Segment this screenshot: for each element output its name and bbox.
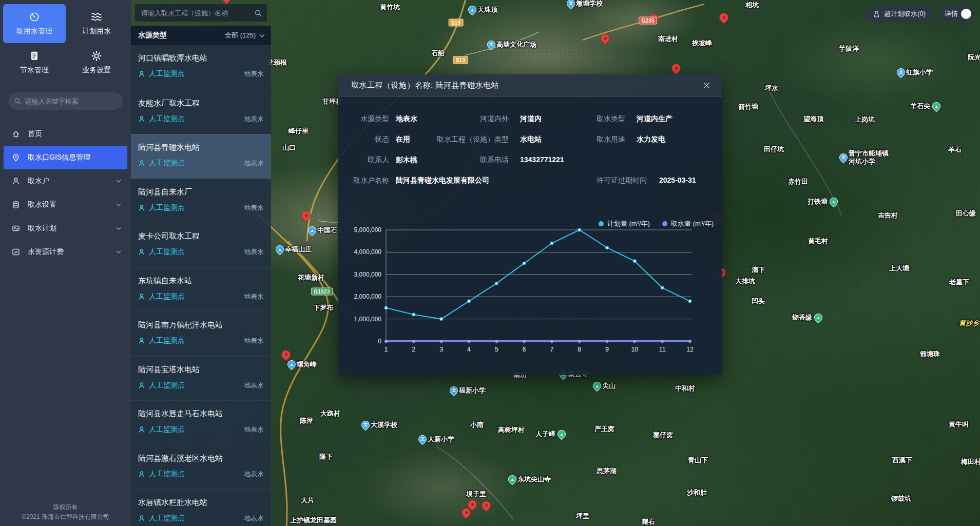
school-glyph-icon: 文	[419, 436, 426, 443]
map-place-label: 山口	[282, 144, 296, 152]
map-place-label: 东坑尖山寺	[517, 475, 551, 483]
toggle-knob[interactable]	[961, 9, 971, 19]
map-place-label: 老屋下	[949, 278, 969, 286]
source-type-filter[interactable]: 水源类型 全部 (125)	[131, 26, 271, 45]
detail-toggle[interactable]: 详情	[938, 6, 974, 22]
map-place-label: 上大塘	[889, 264, 909, 272]
keyword-search[interactable]	[8, 92, 123, 110]
map-place-label: 沙和肚	[687, 489, 707, 497]
green-glyph-icon: ▲	[509, 476, 516, 483]
school-glyph-icon: 文	[897, 69, 905, 76]
map-place-label: 高塘文化广场	[496, 41, 536, 49]
map-place-label: 普宁市船埔镇 河坑小学	[849, 149, 889, 166]
svg-text:3: 3	[439, 346, 443, 353]
map-place-label: 梅田村	[961, 458, 980, 466]
menu-item-water-users[interactable]: 取水户	[4, 169, 127, 193]
map-place-label: 下罗布	[313, 304, 333, 312]
svg-text:11: 11	[659, 346, 666, 353]
station-name: 东坑镇自来水站	[138, 276, 264, 286]
list-item[interactable]: 陆河县自来水厂人工监测点地表水	[131, 179, 271, 223]
road-badge: G1523	[311, 288, 333, 296]
station-name: 友能水厂取水工程	[138, 99, 264, 108]
map-place-label: 上岗坑	[855, 115, 875, 124]
svg-text:9: 9	[605, 346, 609, 353]
person-icon	[138, 70, 145, 77]
svg-text:3,000,000: 3,000,000	[354, 271, 382, 278]
map-place-label: 尖山	[602, 382, 616, 390]
monitor-type: 人工监测点	[149, 425, 185, 434]
map-place-label: 幸福山庄	[285, 245, 312, 254]
water-source-type: 地表水	[244, 470, 264, 479]
list-item[interactable]: 陆河县宝塔水电站人工监测点地表水	[131, 356, 271, 401]
green-glyph-icon: ▲	[815, 314, 822, 321]
app-business-settings[interactable]: 业务设置	[66, 43, 128, 82]
map-place-label: 思茅湖	[597, 467, 617, 475]
close-button[interactable]	[701, 81, 712, 91]
road-badge: G235	[639, 17, 657, 25]
field-value: 2025-03-31	[659, 176, 696, 184]
map-place-label: 箭塘珠	[920, 350, 940, 358]
user-icon	[12, 177, 20, 185]
school-glyph-icon: 文	[567, 0, 574, 7]
field-label: 取水户名称	[338, 176, 389, 185]
keyword-search-input[interactable]	[25, 98, 117, 105]
field-value: 13432771221	[520, 155, 564, 164]
app-planned-water-use[interactable]: 计划用水	[66, 4, 128, 43]
water-source-type: 地表水	[244, 247, 264, 257]
list-item[interactable]: 河口镇唱歌潭水电站人工监测点地表水	[131, 45, 271, 90]
green-glyph-icon: ▲	[593, 382, 601, 389]
menu-item-home[interactable]: 首页	[4, 122, 127, 146]
copyright: 版权所有 ©2021 珠海市仁智科技有限公司	[0, 502, 131, 522]
svg-text:1: 1	[385, 346, 388, 353]
legend-intake-volume[interactable]: 取水量 (m³/年)	[662, 219, 714, 228]
map-place-label: 羊石	[948, 146, 962, 154]
map-place-label: 小南	[470, 421, 484, 429]
water-source-type: 地表水	[244, 381, 264, 390]
map-place-label: 坪水	[765, 84, 778, 92]
map-place-label: 陈屋	[300, 417, 313, 425]
map-place-label: 大片	[301, 496, 314, 504]
water-source-type: 地表水	[244, 203, 264, 212]
person-icon	[138, 160, 145, 167]
list-item[interactable]: 水唇镇水栏肚水电站人工监测点地表水	[131, 489, 271, 526]
water-source-type: 地表水	[244, 514, 264, 523]
app-label: 业务设置	[82, 66, 111, 75]
blue-glyph-icon: ▲	[469, 6, 476, 13]
monitor-type: 人工监测点	[149, 292, 185, 301]
map-place-label: 高树坪村	[498, 426, 525, 434]
menu-item-water-plan[interactable]: 取水计划	[4, 217, 127, 240]
list-item[interactable]: 陆河县水唇走马石水电站人工监测点地表水	[131, 400, 271, 445]
menu-item-gis-management[interactable]: 取水口GIS信息管理	[4, 146, 127, 169]
map-place-label: 隆下	[319, 453, 333, 461]
copyright-line2: ©2021 珠海市仁智科技有限公司	[0, 512, 131, 522]
station-search[interactable]	[135, 4, 267, 22]
list-item[interactable]: 东坑镇自来水站人工监测点地表水	[131, 267, 271, 312]
list-item[interactable]: 陆河县南万镇杞洋水电站人工监测点地表水	[131, 311, 271, 356]
over-plan-water-button[interactable]: 超计划取水(0)	[866, 6, 933, 22]
svg-text:6: 6	[523, 346, 526, 353]
list-item[interactable]: 陆河县激石溪老区水电站人工监测点地表水	[131, 445, 271, 490]
monitor-type: 人工监测点	[149, 247, 185, 257]
legend-planned-volume[interactable]: 计划量 (m³/年)	[599, 219, 650, 228]
close-icon	[703, 82, 710, 89]
menu-label: 水资源计费	[28, 247, 108, 257]
svg-text:0: 0	[378, 338, 381, 345]
station-name: 陆河县宝塔水电站	[138, 365, 264, 375]
app-water-saving-management[interactable]: 节水管理	[3, 43, 66, 82]
menu-item-water-billing[interactable]: 水资源计费	[4, 240, 127, 264]
list-item[interactable]: 友能水厂取水工程人工监测点地表水	[131, 90, 271, 134]
menu-item-water-settings[interactable]: 取水设置	[4, 193, 127, 217]
map-place-label: 黄沙乡	[959, 319, 979, 327]
svg-text:4,000,000: 4,000,000	[354, 248, 382, 256]
chevron-down-icon	[116, 250, 121, 254]
list-item[interactable]: 麦卡公司取水工程人工监测点地表水	[131, 223, 271, 267]
station-search-input[interactable]	[141, 9, 255, 17]
map-place-label: 青山下	[688, 456, 708, 464]
list-item[interactable]: 陆河县青碰水电站人工监测点地表水	[131, 134, 271, 179]
card-icon	[12, 224, 20, 232]
water-source-type: 地表水	[244, 69, 264, 79]
app-water-intake-management[interactable]: 取用水管理	[3, 4, 66, 43]
map-place-label: 红旗小学	[906, 68, 933, 76]
person-icon	[138, 115, 145, 123]
map-pin-icon	[12, 153, 20, 162]
